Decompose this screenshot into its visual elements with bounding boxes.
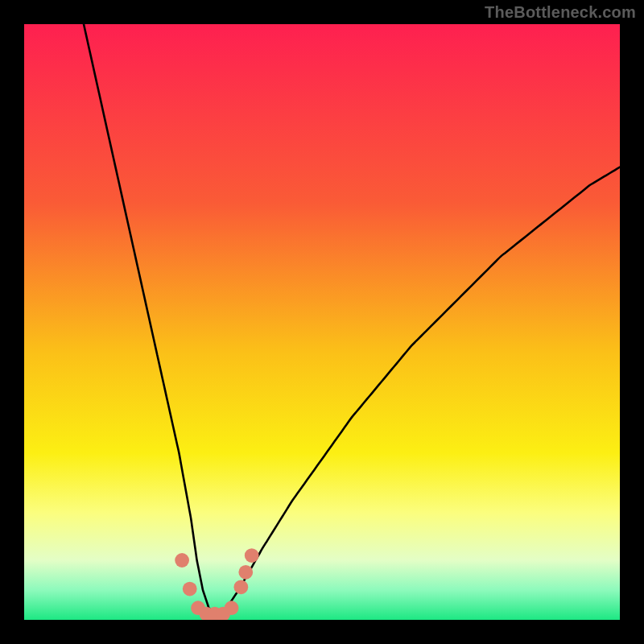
plot-area — [24, 24, 620, 620]
watermark-text: TheBottleneck.com — [485, 3, 636, 22]
chart-svg — [24, 24, 620, 620]
bottleneck-curve — [84, 24, 620, 614]
data-marker — [233, 580, 248, 594]
data-marker — [183, 582, 197, 597]
data-marker — [175, 553, 189, 568]
data-marker — [225, 601, 239, 615]
data-marker — [238, 565, 253, 580]
chart-container: TheBottleneck.com — [0, 0, 644, 644]
data-marker — [245, 548, 259, 563]
data-markers — [175, 548, 258, 620]
